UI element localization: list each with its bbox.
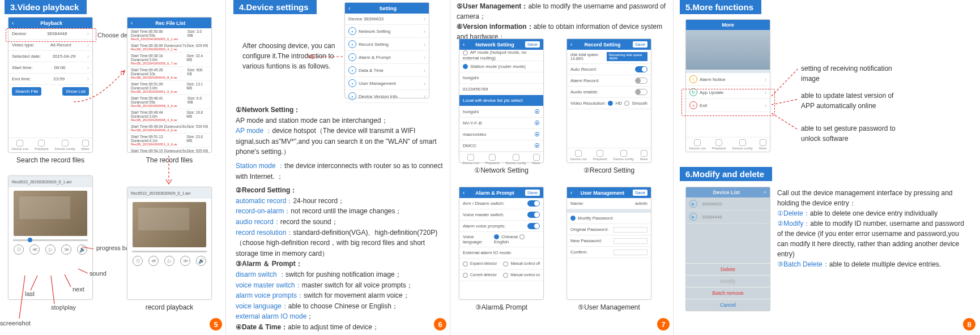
svg-line-10: [772, 113, 799, 130]
section-4-header: 4.Device settings: [233, 0, 317, 14]
intro-text: After choosing device, you can configure…: [242, 41, 339, 71]
section-3-header: 3.Video playback: [5, 0, 87, 14]
screenshot-icon[interactable]: ⦾: [14, 244, 24, 255]
rec-row[interactable]: Start Time:09:45:28 Duraround:10sRec08_2…: [127, 67, 211, 81]
sound-icon[interactable]: 🔊: [77, 244, 87, 255]
rec-row[interactable]: Start Time:09:51:09 Duraround:3.0mRec08_…: [127, 81, 211, 95]
settings-row[interactable]: •Record Setting›: [345, 38, 429, 51]
usermgmt-phone: ‹User ManagementSave Name:admin Modify P…: [566, 187, 651, 300]
settings-row[interactable]: •User Management›: [345, 77, 429, 90]
highlight-device-row: [6, 28, 96, 42]
player-phone-2: Rec0522_201503020929_0_1.avi ⦾≪▷≫🔊: [127, 187, 212, 300]
play-icon: ▶: [689, 200, 697, 208]
devlist-phone: Device List+ ▶38396633› ▶38384448› Delet…: [685, 187, 770, 311]
page-5-badge: 5: [210, 318, 222, 330]
alarm-notice-row[interactable]: !Alarm Notice›: [686, 73, 770, 86]
rec-row[interactable]: Start Time:09:54:15 Duraround:5sRec08_20…: [127, 148, 211, 152]
wifi-row[interactable]: hongshi⦿: [459, 106, 543, 118]
show-list-button[interactable]: Show List: [62, 87, 89, 96]
rec-row[interactable]: Start Time:06:50:06 Duraround:59sRec0_20…: [127, 28, 211, 42]
rec-row[interactable]: Start Time:09:48:04 Duraround:8sRec08_20…: [127, 123, 211, 134]
reclist-phone: ‹Rec File List Start Time:06:50:06 Durar…: [127, 17, 212, 153]
settings-row[interactable]: •Data & Time›: [345, 64, 429, 77]
search-file-button[interactable]: Search File: [12, 87, 41, 96]
rec-row[interactable]: Start Time:09:48:44 Duraround:3.0mRec08_…: [127, 109, 211, 123]
settings-row[interactable]: •Device Version Info›: [345, 90, 429, 103]
video-thumb: [14, 191, 87, 236]
menu-cancel[interactable]: Cancel: [686, 299, 770, 311]
settings-row[interactable]: •Network Setting›: [345, 25, 429, 38]
menu-batch[interactable]: Batch remove: [686, 287, 770, 299]
svg-line-9: [772, 99, 799, 105]
menu-modify[interactable]: Modify: [686, 275, 770, 287]
settings-row[interactable]: •Alarm & Prompt›: [345, 51, 429, 64]
wifi-row[interactable]: DMCC⦿: [459, 140, 543, 152]
wifi-row[interactable]: NV-Y-F-B⦿: [459, 118, 543, 129]
section-5-header: 5.More functions: [680, 0, 761, 14]
rec-row[interactable]: Start Time:09:38:16 Duraround:3.0mRec08_…: [127, 53, 211, 67]
play-icon: ▶: [689, 213, 697, 221]
alarm-phone: ‹Alarm & PromptSave Arm / Disarm switch:…: [459, 187, 544, 300]
svg-line-8: [772, 68, 799, 96]
menu-delete[interactable]: Delete: [686, 263, 770, 275]
player-phone: Rec0522_201503020929_0_1.avi ⦾ ≪ ▷ ≫ 🔊: [8, 175, 93, 300]
rec-row[interactable]: Start Time:09:48:41 Duraround:59sRec08_2…: [127, 95, 211, 109]
record-phone: ‹Record SettingSave disk total space: 14…: [566, 38, 651, 163]
playback-caption: Search the record files: [8, 156, 93, 164]
wifi-row[interactable]: macrovideo⦿: [459, 129, 543, 140]
section-6-header: 6.Modify and delete: [680, 167, 772, 181]
prev-icon[interactable]: ≪: [29, 244, 40, 255]
network-phone: ‹Network SettingSave AP mode (hotspot mo…: [459, 38, 544, 163]
rec-row[interactable]: Start Time:09:38:09 Duraround:7sRec08_20…: [127, 42, 211, 53]
settings-phone: ‹Setting Device 38396633› •Network Setti…: [344, 2, 429, 98]
next-icon[interactable]: ≫: [61, 244, 71, 255]
bell-icon: !: [689, 75, 697, 83]
play-icon[interactable]: ▷: [45, 244, 56, 255]
save-button[interactable]: Save: [525, 41, 540, 48]
rec-row[interactable]: Start Time:09:51:13 Duraround:4.1mRec08_…: [127, 134, 211, 148]
more-phone: More !Alarm Notice› ↻App Update› ×Exit› …: [685, 19, 770, 152]
